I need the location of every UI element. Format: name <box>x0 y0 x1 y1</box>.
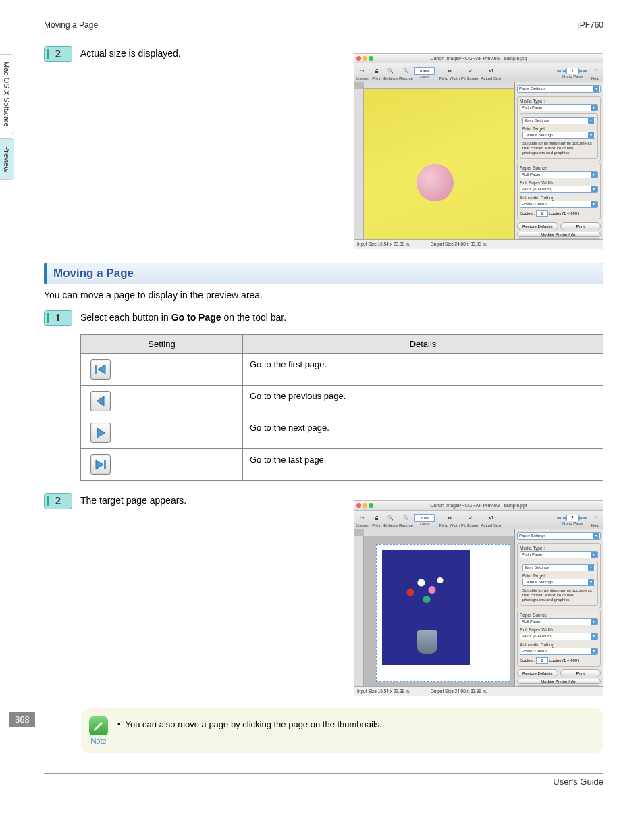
zoom-icon[interactable] <box>369 56 373 61</box>
print-target-select[interactable]: Default Settings <box>522 132 595 139</box>
col-details: Details <box>243 335 603 354</box>
actual-size-button[interactable]: ×1Actual Size <box>481 513 501 527</box>
step-select-goto: 1 Select each button in Go to Page on th… <box>44 310 603 326</box>
auto-cut-select[interactable]: Printer Default <box>520 201 598 208</box>
ruler-horizontal <box>364 82 514 89</box>
next-page-icon[interactable]: ▶ <box>579 68 583 74</box>
copies-range: copies (1 ~ 999) <box>549 658 579 662</box>
header-right: iPF760 <box>578 20 603 30</box>
paper-source-select[interactable]: Roll Paper <box>520 618 598 625</box>
close-icon[interactable] <box>356 56 361 61</box>
last-page-icon[interactable]: ⏭ <box>583 68 588 73</box>
copies-input[interactable]: 1 <box>536 210 548 217</box>
fit-screen-button[interactable]: ⤢Fit Screen <box>461 513 479 527</box>
toolbar: ▭Drawer 🖨Print 🔍Enlarge 🔍Reduce 20%Zoom … <box>354 511 603 529</box>
page-input[interactable]: 2 <box>566 515 579 521</box>
fit-width-button[interactable]: ⇔Fit to Width <box>439 513 460 527</box>
last-page-icon[interactable] <box>90 454 111 475</box>
preview-canvas[interactable] <box>354 529 515 686</box>
copies-label: Copies : <box>520 211 535 215</box>
zoom-select[interactable]: 20%Zoom <box>414 514 435 526</box>
side-tabs: Mac OS X Software Preview <box>0 54 14 184</box>
help-button[interactable]: ?Help <box>589 513 601 527</box>
print-button[interactable]: 🖨Print <box>370 513 382 527</box>
easy-settings-select[interactable]: Easy Settings <box>522 564 595 571</box>
note-label-group: Note <box>89 716 108 745</box>
side-tab-preview[interactable]: Preview <box>0 138 14 180</box>
restore-defaults-button[interactable]: Restore Defaults <box>517 222 558 230</box>
note-icon <box>89 716 108 735</box>
step-badge: 2 <box>44 46 72 62</box>
next-page-icon[interactable] <box>90 423 111 443</box>
print-target-label: Print Target : <box>522 573 595 578</box>
paper-settings-select[interactable]: Paper Settings <box>517 532 601 540</box>
auto-cut-label: Automatic Cutting <box>520 642 598 647</box>
status-bar: Input Size 16.54 x 23.39 in. Output Size… <box>354 239 603 249</box>
prev-page-icon[interactable]: ◀ <box>562 68 566 74</box>
update-printer-button[interactable]: Update Printer Info. <box>517 679 601 684</box>
roll-width-label: Roll Paper Width : <box>520 180 598 185</box>
step-badge: 1 <box>44 310 72 326</box>
auto-cut-select[interactable]: Printer Default <box>520 648 598 655</box>
enlarge-button[interactable]: 🔍Enlarge <box>383 66 398 80</box>
auto-cut-label: Automatic Cutting <box>520 195 598 200</box>
svg-rect-5 <box>104 460 106 469</box>
print-target-desc: Suitable for printing normal documents t… <box>522 588 595 603</box>
last-page-icon[interactable]: ⏭ <box>583 515 588 520</box>
drawer-button[interactable]: ▭Drawer <box>356 513 369 527</box>
print-target-select[interactable]: Default Settings <box>522 579 595 586</box>
prev-page-icon[interactable]: ◀ <box>562 515 566 521</box>
goto-page-group[interactable]: ⏮ ◀ 1 ▶ ⏭ Go to Page <box>557 68 588 78</box>
minimize-icon[interactable] <box>363 503 367 508</box>
easy-settings-select[interactable]: Easy Settings <box>522 117 595 124</box>
roll-width-select[interactable]: 24 in. (609.6mm) <box>520 186 598 193</box>
print-button-side[interactable]: Print <box>560 222 601 230</box>
preview-image <box>364 89 514 239</box>
zoom-icon[interactable] <box>369 503 373 508</box>
zoom-select[interactable]: 100%Zoom <box>414 67 435 79</box>
fit-width-button[interactable]: ⇔Fit to Width <box>439 66 460 80</box>
drawer-button[interactable]: ▭Drawer <box>356 66 369 80</box>
table-row: Go to the previous page. <box>81 386 603 417</box>
first-page-icon[interactable] <box>90 359 111 380</box>
reduce-button[interactable]: 🔍Reduce <box>399 513 413 527</box>
reduce-button[interactable]: 🔍Reduce <box>399 66 413 80</box>
paper-source-select[interactable]: Roll Paper <box>520 171 598 178</box>
prev-page-icon[interactable] <box>90 391 111 411</box>
side-tab-software[interactable]: Mac OS X Software <box>0 54 14 134</box>
paper-source-label: Paper Source <box>520 613 598 617</box>
actual-size-button[interactable]: ×1Actual Size <box>481 66 501 80</box>
ruler-horizontal <box>364 529 514 536</box>
media-type-select[interactable]: Plain Paper <box>520 551 598 558</box>
output-size: Output Size 24.00 x 33.99 in. <box>431 242 487 246</box>
section-intro: You can move a page to display in the pr… <box>44 290 603 301</box>
first-page-icon[interactable]: ⏮ <box>557 68 562 73</box>
ruler-vertical <box>354 89 364 239</box>
page-input[interactable]: 1 <box>566 68 579 74</box>
col-setting: Setting <box>81 335 243 354</box>
paper-settings-select[interactable]: Paper Settings <box>517 85 601 93</box>
table-row: Go to the next page. <box>81 417 603 449</box>
print-button-side[interactable]: Print <box>560 669 601 677</box>
help-button[interactable]: ?Help <box>589 66 601 80</box>
preview-image <box>382 550 470 665</box>
copies-input[interactable]: 1 <box>536 657 548 664</box>
next-page-icon[interactable]: ▶ <box>579 515 583 521</box>
page-number: 368 <box>9 712 35 727</box>
fit-screen-button[interactable]: ⤢Fit Screen <box>461 66 479 80</box>
roll-width-select[interactable]: 24 in. (609.6mm) <box>520 633 598 640</box>
close-icon[interactable] <box>356 503 361 508</box>
minimize-icon[interactable] <box>363 56 367 61</box>
step-text: The target page appears. <box>80 493 186 506</box>
header-left: Moving a Page <box>44 20 98 30</box>
print-button[interactable]: 🖨Print <box>370 66 382 80</box>
svg-marker-4 <box>96 460 103 469</box>
first-page-icon[interactable]: ⏮ <box>557 515 562 520</box>
enlarge-button[interactable]: 🔍Enlarge <box>383 513 398 527</box>
restore-defaults-button[interactable]: Restore Defaults <box>517 669 558 677</box>
update-printer-button[interactable]: Update Printer Info. <box>517 232 601 237</box>
settings-table: Setting Details Go to the first page. Go… <box>80 334 603 481</box>
goto-page-group[interactable]: ⏮ ◀ 2 ▶ ⏭ Go to Page <box>557 515 588 525</box>
media-type-select[interactable]: Plain Paper <box>520 104 598 111</box>
preview-canvas[interactable] <box>354 82 515 239</box>
